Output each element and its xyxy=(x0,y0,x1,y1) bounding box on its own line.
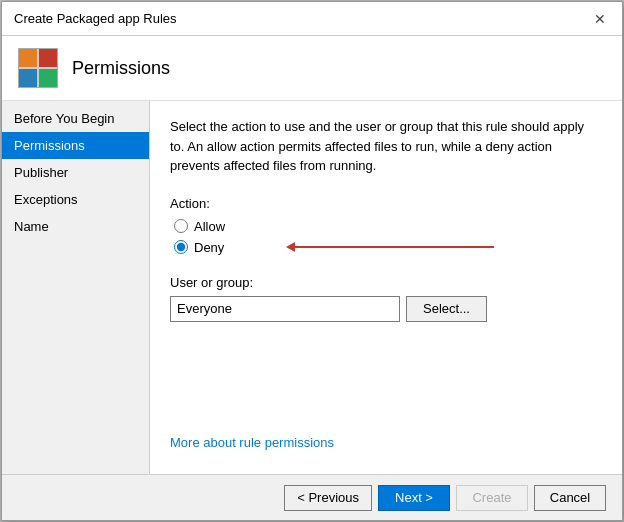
sidebar-item-permissions[interactable]: Permissions xyxy=(2,132,149,159)
dialog: Create Packaged app Rules ✕ Permissions … xyxy=(1,1,623,521)
sidebar-item-before-you-begin[interactable]: Before You Begin xyxy=(2,105,149,132)
sidebar: Before You Begin Permissions Publisher E… xyxy=(2,101,150,474)
app-icon xyxy=(18,48,58,88)
create-button[interactable]: Create xyxy=(456,485,528,511)
icon-cell-red xyxy=(39,49,57,67)
user-group-label: User or group: xyxy=(170,275,602,290)
action-radio-group: Allow Deny xyxy=(170,219,602,255)
sidebar-item-name[interactable]: Name xyxy=(2,213,149,240)
close-button[interactable]: ✕ xyxy=(590,9,610,29)
main-content: Select the action to use and the user or… xyxy=(150,101,622,474)
icon-cell-blue xyxy=(19,69,37,87)
cancel-button[interactable]: Cancel xyxy=(534,485,606,511)
more-about-permissions-link[interactable]: More about rule permissions xyxy=(170,435,334,450)
sidebar-item-exceptions[interactable]: Exceptions xyxy=(2,186,149,213)
link-area: More about rule permissions xyxy=(170,435,602,458)
user-group-row: Select... xyxy=(170,296,602,322)
description-text: Select the action to use and the user or… xyxy=(170,117,602,176)
previous-button[interactable]: < Previous xyxy=(284,485,372,511)
body-area: Before You Begin Permissions Publisher E… xyxy=(2,101,622,474)
allow-radio-row: Allow xyxy=(174,219,602,234)
arrow-line xyxy=(294,246,494,248)
next-button[interactable]: Next > xyxy=(378,485,450,511)
select-button[interactable]: Select... xyxy=(406,296,487,322)
deny-radio-label[interactable]: Deny xyxy=(194,240,224,255)
footer: < Previous Next > Create Cancel xyxy=(2,474,622,520)
user-group-input[interactable] xyxy=(170,296,400,322)
icon-cell-green xyxy=(39,69,57,87)
dialog-title: Create Packaged app Rules xyxy=(14,11,177,26)
sidebar-item-publisher[interactable]: Publisher xyxy=(2,159,149,186)
title-bar: Create Packaged app Rules ✕ xyxy=(2,2,622,36)
allow-radio[interactable] xyxy=(174,219,188,233)
header-title: Permissions xyxy=(72,58,170,79)
deny-radio[interactable] xyxy=(174,240,188,254)
close-icon: ✕ xyxy=(594,11,606,27)
icon-cell-orange xyxy=(19,49,37,67)
action-label: Action: xyxy=(170,196,602,211)
allow-radio-label[interactable]: Allow xyxy=(194,219,225,234)
arrow-indicator xyxy=(294,246,494,248)
deny-radio-row: Deny xyxy=(174,240,602,255)
header-area: Permissions xyxy=(2,36,622,101)
